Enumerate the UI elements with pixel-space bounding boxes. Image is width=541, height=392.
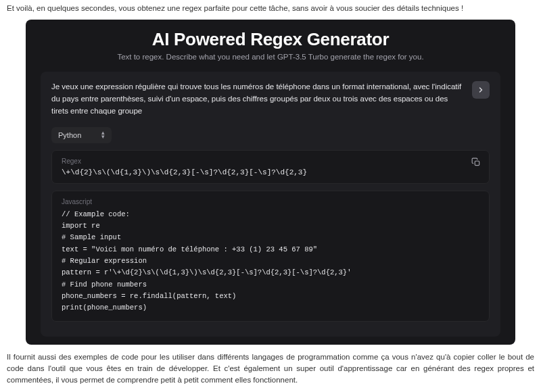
article-outro: Il fournit aussi des exemples de code po… bbox=[0, 349, 541, 389]
chevron-right-icon bbox=[477, 86, 485, 94]
regex-value: \+\d{2}\s\(\d{1,3}\)\s\d{2,3}[-\s]?\d{2,… bbox=[62, 168, 479, 176]
chevron-updown-icon: ▴▾ bbox=[101, 131, 105, 139]
code-output-card: Javascript // Example code: import re # … bbox=[51, 191, 490, 322]
submit-button[interactable] bbox=[472, 81, 490, 99]
code-block: // Example code: import re # Sample inpu… bbox=[62, 209, 479, 314]
generator-card: Je veux une expression régulière qui tro… bbox=[41, 72, 500, 336]
regex-label: Regex bbox=[62, 157, 479, 165]
app-subtitle: Text to regex. Describe what you need an… bbox=[41, 53, 500, 61]
article-intro: Et voilà, en quelques secondes, vous obt… bbox=[0, 0, 541, 17]
copy-icon bbox=[471, 157, 481, 167]
regex-output-card: Regex \+\d{2}\s\(\d{1,3}\)\s\d{2,3}[-\s]… bbox=[51, 150, 490, 184]
language-select[interactable]: Python ▴▾ bbox=[51, 127, 112, 143]
app-screenshot: AI Powered Regex Generator Text to regex… bbox=[26, 20, 515, 344]
copy-button[interactable] bbox=[471, 157, 481, 169]
language-value: Python bbox=[58, 131, 81, 139]
svg-rect-0 bbox=[475, 161, 479, 165]
prompt-input[interactable]: Je veux une expression régulière qui tro… bbox=[51, 81, 465, 117]
app-title: AI Powered Regex Generator bbox=[41, 29, 500, 50]
code-label: Javascript bbox=[62, 198, 479, 205]
prompt-row: Je veux une expression régulière qui tro… bbox=[51, 81, 490, 117]
